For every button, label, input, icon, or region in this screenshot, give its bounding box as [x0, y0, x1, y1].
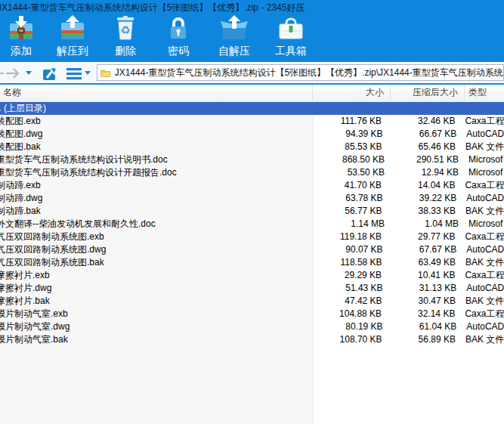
table-row[interactable]: 重型货车气压制动系统结构设计说明书.doc868.50 KB290.51 KBM…	[0, 153, 504, 166]
file-type: BAK 文件	[462, 141, 504, 153]
table-row[interactable]: 膜片制动气室.dwg80.19 KB61.04 KBAutoCAD	[0, 320, 504, 333]
extract-to-button[interactable]: 解压到	[51, 15, 94, 58]
file-list: .. (上层目录)装配图.exb111.76 KB32.46 KBCaxa工程装…	[0, 102, 504, 424]
file-size: 118.58 KB	[311, 256, 388, 269]
file-name: 气压双回路制动系统图.exb	[0, 231, 311, 243]
column-header-row: 名称 大小 压缩后大小 类型	[0, 85, 504, 102]
file-size: 111.76 KB	[311, 115, 388, 128]
table-row[interactable]: 制动蹄.exb41.70 KB14.04 KBCaxa工程	[0, 179, 504, 192]
table-row[interactable]: 气压双回路制动系统图.exb119.18 KB29.77 KBCaxa工程	[0, 231, 504, 243]
file-name: 摩擦衬片.exb	[0, 269, 311, 282]
table-row[interactable]: 外文翻译--柴油发动机发展和耐久性.doc1.14 MB1.04 MBMicro…	[0, 218, 504, 231]
file-type: Microsof	[465, 153, 504, 166]
column-header-size[interactable]: 大小	[313, 85, 391, 101]
file-type: BAK 文件	[462, 295, 504, 308]
table-row[interactable]: 装配图.dwg94.39 KB66.67 KBAutoCAD	[0, 128, 504, 141]
dropdown-caret-icon[interactable]	[26, 71, 32, 75]
table-row[interactable]: 气压双回路制动系统图.dwg90.07 KB67.67 KBAutoCAD	[0, 243, 504, 256]
file-packed-size: 1.04 MB	[391, 218, 465, 231]
dropdown-caret-icon[interactable]	[85, 71, 91, 75]
column-header-type[interactable]: 类型	[465, 85, 504, 101]
file-type: Microsof	[465, 218, 504, 231]
file-packed-size: 65.46 KB	[388, 141, 462, 153]
file-type: BAK 文件	[462, 256, 504, 269]
parent-dir-row[interactable]: .. (上层目录)	[0, 102, 504, 115]
file-size: 29.29 KB	[311, 269, 388, 282]
add-button-label: 添加	[3, 45, 39, 58]
file-name: 装配图.exb	[0, 115, 311, 128]
table-row[interactable]: 膜片制动气室.exb104.88 KB32.14 KBCaxa工程	[0, 308, 504, 320]
file-size	[313, 102, 391, 115]
file-name: 制动蹄.dwg	[0, 192, 311, 205]
file-packed-size: 39.22 KB	[389, 192, 463, 205]
table-row[interactable]: 摩擦衬片.exb29.29 KB10.41 KBCaxa工程	[0, 269, 504, 282]
open-archive-icon[interactable]	[41, 64, 59, 82]
file-packed-size	[391, 102, 465, 115]
table-row[interactable]: 气压双回路制动系统图.bak118.58 KB63.49 KBBAK 文件	[0, 256, 504, 269]
file-size: 94.39 KB	[311, 128, 389, 141]
file-name: 外文翻译--柴油发动机发展和耐久性.doc	[0, 218, 313, 231]
column-header-name[interactable]: 名称	[0, 85, 313, 101]
file-type: Caxa工程	[461, 179, 504, 192]
file-name: 制动蹄.bak	[0, 205, 311, 218]
password-icon	[165, 15, 192, 42]
file-type: BAK 文件	[462, 205, 504, 218]
navigation-bar: JX1444-重型货车气压制动系统结构设计【5张图纸】【优秀】.zip\JX14…	[0, 62, 504, 85]
file-type: Microsof	[465, 166, 504, 179]
view-list-icon[interactable]	[65, 65, 83, 82]
file-size: 53.50 KB	[313, 166, 391, 179]
table-row[interactable]: 装配图.exb111.76 KB32.46 KBCaxa工程	[0, 115, 504, 128]
file-name: 气压双回路制动系统图.dwg	[0, 243, 311, 256]
table-row[interactable]: 制动蹄.dwg63.78 KB39.22 KBAutoCAD	[0, 192, 504, 205]
file-name: 装配图.bak	[0, 141, 311, 153]
file-type	[465, 102, 504, 115]
file-packed-size: 66.67 KB	[389, 128, 463, 141]
password-button-label: 密码	[160, 45, 196, 58]
table-row[interactable]: 装配图.bak85.53 KB65.46 KBBAK 文件	[0, 141, 504, 153]
file-type: Caxa工程	[461, 115, 504, 128]
file-packed-size: 29.77 KB	[388, 231, 461, 243]
table-row[interactable]: 重型货车气压制动系统结构设计开题报告.doc53.50 KB12.94 KBMi…	[0, 166, 504, 179]
delete-button[interactable]: ♻ 删除	[107, 15, 144, 58]
toolbox-button[interactable]: 工具箱	[269, 15, 313, 58]
file-packed-size: 10.41 KB	[388, 269, 461, 282]
self-extract-button-label: 自解压	[213, 45, 255, 58]
file-size: 90.07 KB	[311, 243, 389, 256]
delete-icon: ♻	[112, 15, 139, 42]
extract-to-icon	[59, 15, 86, 42]
file-packed-size: 61.04 KB	[389, 320, 463, 333]
window-title: JX1444-重型货车气压制动系统结构设计【5张图纸】【优秀】.zip - 23…	[0, 2, 305, 14]
file-type: Caxa工程	[461, 308, 504, 320]
password-button[interactable]: 密码	[160, 15, 196, 58]
table-row[interactable]: 制动蹄.bak56.77 KB38.33 KBBAK 文件	[0, 205, 504, 218]
topbar: JX1444-重型货车气压制动系统结构设计【5张图纸】【优秀】.zip - 23…	[0, 0, 504, 62]
file-name: 膜片制动气室.bak	[0, 333, 311, 346]
file-type: AutoCAD	[462, 320, 504, 333]
delete-button-label: 删除	[107, 45, 144, 58]
file-name: 制动蹄.exb	[0, 179, 311, 192]
add-archive-icon	[8, 15, 35, 42]
file-size: 119.18 KB	[311, 231, 388, 243]
forward-icon[interactable]	[5, 65, 21, 82]
file-name: 重型货车气压制动系统结构设计开题报告.doc	[0, 166, 313, 179]
add-button[interactable]: 添加	[3, 15, 39, 58]
address-bar[interactable]: JX1444-重型货车气压制动系统结构设计【5张图纸】【优秀】.zip\JX14…	[97, 64, 504, 81]
file-name: 膜片制动气室.dwg	[0, 320, 311, 333]
file-packed-size: 32.46 KB	[388, 115, 461, 128]
table-row[interactable]: 膜片制动气室.bak108.70 KB56.89 KBBAK 文件	[0, 333, 504, 346]
file-packed-size: 67.67 KB	[389, 243, 463, 256]
table-row[interactable]: 摩擦衬片.bak47.42 KB30.47 KBBAK 文件	[0, 295, 504, 308]
file-packed-size: 30.47 KB	[388, 295, 462, 308]
file-name: .. (上层目录)	[0, 102, 313, 115]
self-extract-button[interactable]: 自解压	[213, 15, 255, 58]
column-header-packed[interactable]: 压缩后大小	[391, 85, 465, 101]
file-type: AutoCAD	[462, 282, 504, 295]
folder-icon	[100, 67, 111, 79]
file-name: 摩擦衬片.dwg	[0, 282, 311, 295]
file-size: 47.42 KB	[311, 295, 388, 308]
archive-manager-window: JX1444-重型货车气压制动系统结构设计【5张图纸】【优秀】.zip - 23…	[0, 0, 504, 424]
table-row[interactable]: 摩擦衬片.dwg51.43 KB31.13 KBAutoCAD	[0, 282, 504, 295]
file-packed-size: 14.04 KB	[388, 179, 461, 192]
file-name: 装配图.dwg	[0, 128, 311, 141]
file-type: BAK 文件	[462, 333, 504, 346]
